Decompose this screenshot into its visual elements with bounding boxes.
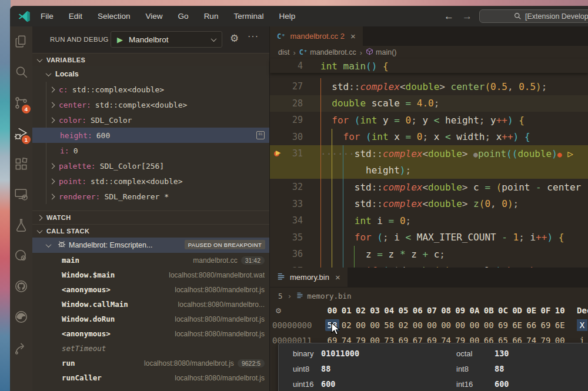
tab-label: mandelbrot.cc 2: [290, 32, 345, 41]
hex-byte[interactable]: 00: [453, 320, 467, 330]
tab-memory-bin[interactable]: memory.bin ×: [270, 268, 348, 287]
menu-item-go[interactable]: Go: [176, 11, 191, 22]
paused-breakpoint-icon[interactable]: ▶: [273, 149, 285, 158]
hex-byte[interactable]: 00: [353, 320, 368, 330]
code-line-30[interactable]: 30 for (int x = 0; x < width; x++) {: [270, 129, 588, 146]
variable-row-palette[interactable]: palette:SDL_Color[256]: [32, 158, 269, 173]
activity-testing-icon[interactable]: [10, 210, 32, 240]
back-arrow-icon[interactable]: ←: [444, 11, 454, 22]
code-line-28[interactable]: 28 double scale = 4.0;: [270, 95, 588, 112]
breadcrumb-item[interactable]: memory.bin: [307, 292, 351, 300]
stack-frame-row[interactable]: runlocalhost:8080/mandelbrot.js9622:5: [32, 356, 269, 370]
variable-row-renderer[interactable]: renderer:SDL_Renderer *: [32, 189, 269, 204]
breadcrumb-item[interactable]: 5: [278, 292, 283, 300]
stack-frame-row[interactable]: <anonymous>localhost:8080/mandelbrot.js: [32, 326, 269, 341]
debug-thread-row[interactable]: Mandelbrot: Emscripten... PAUSED ON BREA…: [32, 238, 269, 253]
code-line-34[interactable]: 34 int i = 0;: [270, 212, 588, 229]
activity-run-and-debug-icon[interactable]: 1: [10, 118, 32, 149]
hex-byte[interactable]: 69: [496, 320, 510, 330]
tab-mandelbrot-cc[interactable]: C⁺ mandelbrot.cc 2 ×: [270, 26, 363, 46]
sticky-scroll-line[interactable]: 4int main() {: [270, 59, 588, 73]
code-area[interactable]: 27 std::complex<double> center(0.5, 0.5)…: [270, 73, 588, 282]
variable-row-height[interactable]: height:60001: [32, 128, 269, 143]
stack-frame-row[interactable]: Window.doRunlocalhost:8080/mandelbrot.js: [32, 312, 269, 326]
line-number: 35: [270, 232, 303, 243]
hex-byte[interactable]: 00: [425, 320, 439, 330]
menu-item-file[interactable]: File: [38, 11, 56, 22]
hex-byte[interactable]: 00: [467, 320, 482, 330]
variable-row-center[interactable]: center:std::complex<double>: [32, 97, 269, 112]
breadcrumb-item[interactable]: dist: [278, 48, 289, 56]
command-center-search[interactable]: [Extension Developm: [479, 9, 588, 23]
close-icon[interactable]: ×: [334, 272, 342, 282]
code-line-29[interactable]: 29 for (int y = 0; y < height; y++) {: [270, 112, 588, 129]
stack-frame-row[interactable]: Window.callMainlocalhost:8080/mandelbro.…: [32, 297, 269, 312]
inspector-value: 01011000: [321, 349, 359, 358]
breadcrumb-item[interactable]: main(): [376, 48, 396, 56]
activity-explorer-icon[interactable]: [10, 26, 32, 57]
hex-byte[interactable]: 6E: [553, 320, 567, 330]
hex-col-header: 09: [453, 306, 467, 315]
activity-search-icon[interactable]: [10, 57, 32, 88]
debug-settings-gear-icon[interactable]: ⚙: [230, 34, 239, 44]
stack-frame-row[interactable]: runCallerlocalhost:8080/mandelbrot.js: [32, 370, 269, 385]
frame-location: mandelbrot.cc: [193, 256, 237, 265]
hex-byte[interactable]: 00: [368, 320, 382, 330]
stack-frame-row[interactable]: setTimeout: [32, 341, 269, 356]
activity-edge-tools-icon[interactable]: [10, 302, 32, 332]
stack-frame-row[interactable]: <anonymous>localhost:8080/mandelbrot.js: [32, 282, 269, 297]
frame-name: <anonymous>: [62, 329, 111, 338]
variable-row-c[interactable]: c:std::complex<double>: [32, 82, 269, 97]
activity-github-icon[interactable]: [10, 271, 32, 302]
code-line-27[interactable]: 27 std::complex<double> center(0.5, 0.5)…: [270, 78, 588, 95]
variable-row-color[interactable]: color:SDL_Color: [32, 112, 269, 128]
inspector-value: 130: [495, 349, 509, 358]
start-debug-icon[interactable]: ▶: [117, 35, 123, 44]
stack-frame-row[interactable]: Window.$mainlocalhost:8080/mandelbrot.wa…: [32, 268, 269, 282]
activity-live-preview-icon[interactable]: [10, 240, 32, 271]
hex-byte[interactable]: 6E: [510, 320, 524, 330]
hex-editor[interactable]: 5 › memory.bin ⚙ Decoded Text 0001020304…: [270, 288, 588, 349]
hex-settings-gear-icon[interactable]: ⚙: [276, 305, 281, 316]
debug-config-dropdown[interactable]: ▶ Mandelbrot: [111, 31, 222, 48]
breadcrumb-item[interactable]: mandelbrot.cc: [310, 48, 356, 56]
variable-row-i[interactable]: i:0: [32, 143, 269, 158]
hex-byte[interactable]: 02: [396, 320, 410, 330]
hex-byte[interactable]: 66: [524, 320, 539, 330]
forward-arrow-icon[interactable]: →: [462, 11, 472, 22]
code-line-31[interactable]: ▶31······std::complex<double> ●point((do…: [270, 145, 588, 162]
view-binary-icon[interactable]: 01: [256, 131, 265, 139]
activity-source-control-icon[interactable]: 4: [10, 88, 32, 118]
hex-byte[interactable]: 00: [439, 320, 453, 330]
hex-byte[interactable]: 00: [410, 320, 425, 330]
code-line-33[interactable]: 33 std::complex<double> z(0, 0);: [270, 196, 588, 213]
code-line-36[interactable]: 36 z = z * z + c;: [270, 246, 588, 263]
menu-item-view[interactable]: View: [143, 11, 165, 22]
menu-item-help[interactable]: Help: [276, 11, 298, 22]
code-line-32[interactable]: 32 std::complex<double> c = (point - cen…: [270, 179, 588, 196]
menu-item-selection[interactable]: Selection: [95, 11, 133, 22]
frame-name: runCaller: [62, 373, 102, 382]
scope-locals[interactable]: Locals: [32, 66, 269, 82]
activity-extensions-icon[interactable]: [10, 149, 32, 179]
code-line-35[interactable]: 35 for (; i < MAX_ITER_COUNT - 1; i++) {: [270, 229, 588, 246]
menu-item-terminal[interactable]: Terminal: [231, 11, 266, 22]
variable-row-point[interactable]: point:std::complex<double>: [32, 173, 269, 189]
decoded-char[interactable]: X: [577, 319, 587, 331]
frame-name: Window.$main: [62, 270, 115, 279]
menu-item-edit[interactable]: Edit: [66, 11, 85, 22]
hex-byte[interactable]: 00: [482, 320, 496, 330]
watch-section-header[interactable]: WATCH: [32, 210, 269, 224]
code-line-wrap[interactable]: height);: [270, 162, 588, 179]
activity-share-icon[interactable]: [10, 332, 32, 363]
panel-breadcrumb: 5 › memory.bin: [270, 288, 588, 304]
activity-remote-explorer-icon[interactable]: [10, 179, 32, 210]
menu-item-run[interactable]: Run: [202, 11, 221, 22]
hex-byte[interactable]: 58: [382, 320, 396, 330]
stack-frame-row[interactable]: mainmandelbrot.cc31:42: [32, 253, 269, 268]
call-stack-section-header[interactable]: CALL STACK: [32, 224, 269, 238]
hex-byte[interactable]: 69: [539, 320, 553, 330]
more-actions-icon[interactable]: ···: [248, 31, 259, 42]
variables-section-header[interactable]: VARIABLES: [32, 53, 269, 66]
close-icon[interactable]: ×: [349, 31, 357, 41]
